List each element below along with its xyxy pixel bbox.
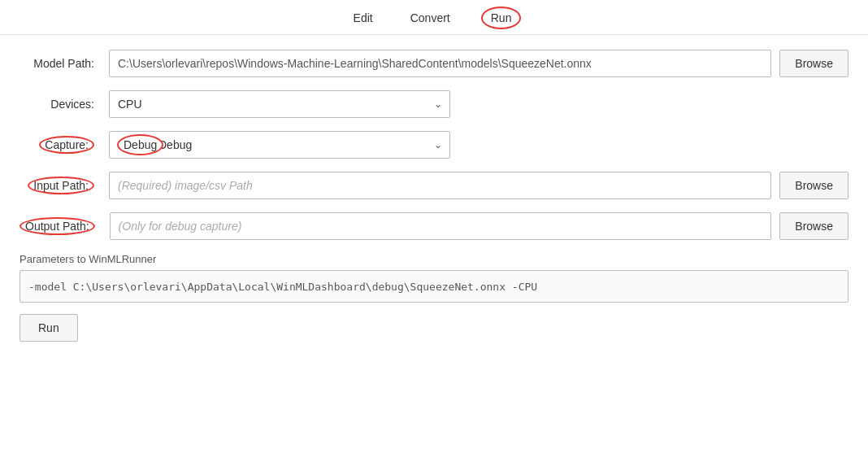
nav-edit[interactable]: Edit bbox=[347, 8, 380, 28]
input-path-row: Input Path: Browse bbox=[20, 172, 848, 199]
devices-select[interactable]: CPU GPU NPU bbox=[109, 90, 450, 118]
devices-row: Devices: CPU GPU NPU ⌄ bbox=[20, 90, 848, 118]
devices-select-wrap: CPU GPU NPU ⌄ bbox=[109, 90, 450, 118]
model-path-browse-button[interactable]: Browse bbox=[779, 50, 848, 77]
output-path-row: Output Path: Browse bbox=[20, 212, 848, 240]
nav-run[interactable]: Run bbox=[481, 7, 522, 29]
params-input[interactable] bbox=[20, 270, 848, 303]
model-path-row: Model Path: Browse bbox=[20, 50, 848, 77]
nav-convert[interactable]: Convert bbox=[404, 8, 457, 28]
capture-select[interactable]: Debug Release None bbox=[109, 131, 450, 159]
top-nav: Edit Convert Run bbox=[0, 0, 868, 35]
run-button[interactable]: Run bbox=[20, 314, 78, 342]
output-path-label: Output Path: bbox=[20, 217, 102, 235]
output-path-input[interactable] bbox=[110, 212, 772, 240]
model-path-label: Model Path: bbox=[20, 57, 101, 70]
capture-row: Capture: Debug Release None Debug ⌄ bbox=[20, 131, 848, 159]
input-path-label-circle: Input Path: bbox=[28, 177, 94, 194]
devices-label: Devices: bbox=[20, 98, 101, 111]
capture-label-circle: Capture: bbox=[39, 136, 94, 154]
main-content: Model Path: Browse Devices: CPU GPU NPU … bbox=[0, 35, 868, 355]
input-path-input[interactable] bbox=[109, 172, 771, 199]
capture-select-wrap: Debug Release None Debug ⌄ bbox=[109, 131, 450, 159]
model-path-input[interactable] bbox=[109, 50, 771, 77]
capture-label: Capture: bbox=[20, 136, 101, 154]
output-path-label-circle: Output Path: bbox=[20, 217, 95, 235]
params-section: Parameters to WinMLRunner bbox=[20, 253, 848, 303]
params-label: Parameters to WinMLRunner bbox=[20, 253, 848, 265]
input-path-label: Input Path: bbox=[20, 177, 101, 194]
input-path-browse-button[interactable]: Browse bbox=[779, 172, 848, 199]
output-path-browse-button[interactable]: Browse bbox=[779, 212, 848, 240]
